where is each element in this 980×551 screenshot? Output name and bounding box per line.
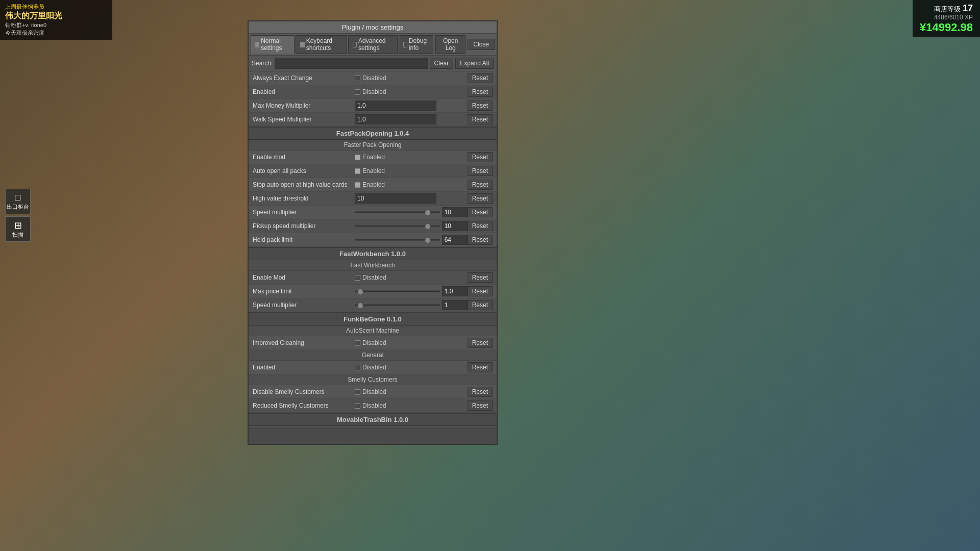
max-price-slider[interactable] (355, 290, 440, 292)
streamer-social: 钻粉群+v: itone0 (5, 21, 107, 29)
value-checkbox[interactable] (355, 89, 360, 95)
subsection-fast-workbench: Fast Workbench (249, 260, 497, 271)
tab-normal-settings[interactable]: Normal settings (251, 35, 295, 54)
tab-debug-checkbox (403, 42, 407, 47)
max-price-value-input[interactable] (442, 286, 468, 296)
walk-speed-input[interactable] (355, 114, 436, 124)
scan-button[interactable]: ⊞ 扫描 (5, 216, 31, 242)
setting-name: Enabled (253, 364, 355, 371)
high-value-input[interactable] (355, 193, 436, 204)
tab-keyboard-shortcuts[interactable]: Keyboard shortcuts (296, 35, 347, 54)
reset-button[interactable]: Reset (468, 207, 493, 217)
row-enable-mod-fwb: Enable Mod Disabled Reset (249, 271, 497, 285)
section-funkbegone: FunkBeGone 0.1.0 (249, 312, 497, 325)
row-pickup-speed-multiplier: Pickup speed multiplier Reset (249, 219, 497, 233)
subsection-autoscent: AutoScent Machine (249, 325, 497, 336)
setting-value: Disabled (355, 364, 468, 371)
setting-value (355, 101, 468, 111)
reset-button[interactable]: Reset (468, 101, 493, 111)
slider-thumb[interactable] (425, 238, 430, 243)
value-label: Disabled (362, 388, 386, 395)
setting-name: Held pack limit (253, 236, 355, 243)
streamer-name: 伟大的万里阳光 (5, 11, 107, 21)
reset-button[interactable]: Reset (468, 235, 493, 245)
tab-debug-info[interactable]: Debug info (399, 35, 434, 54)
row-auto-open-all-packs: Auto open all packs Enabled Reset (249, 164, 497, 178)
value-label: Enabled (362, 167, 385, 174)
row-enabled-fbg: Enabled Disabled Reset (249, 361, 497, 374)
speed-fwb-slider[interactable] (355, 304, 440, 306)
reset-button[interactable]: Reset (468, 73, 493, 83)
reset-button[interactable]: Reset (468, 221, 493, 231)
reset-button[interactable]: Reset (468, 300, 493, 310)
clear-button[interactable]: Clear (430, 58, 454, 69)
value-checkbox[interactable] (355, 76, 360, 81)
dialog-bottom (249, 429, 497, 444)
speed-slider[interactable] (355, 211, 440, 213)
close-button[interactable]: Close (468, 39, 495, 50)
value-label: Disabled (362, 74, 386, 82)
store-xp: 4486/6010 XP (920, 14, 973, 21)
reset-button[interactable]: Reset (468, 152, 493, 162)
store-level: 商店等级 17 (920, 3, 973, 14)
value-checkbox[interactable] (355, 155, 360, 160)
speed-fwb-value-input[interactable] (442, 300, 468, 310)
exit-counter-icon: □ (15, 192, 21, 203)
setting-name: Enabled (253, 88, 355, 95)
value-checkbox[interactable] (355, 365, 360, 370)
slider-thumb[interactable] (358, 289, 363, 294)
value-checkbox[interactable] (355, 340, 360, 346)
reset-button[interactable]: Reset (468, 387, 493, 397)
setting-name: Stop auto open at high value cards (253, 181, 355, 188)
tab-normal-label: Normal settings (261, 37, 290, 52)
slider-container (355, 286, 468, 296)
reset-button[interactable]: Reset (468, 114, 493, 124)
slider-thumb[interactable] (425, 210, 430, 215)
setting-value: Disabled (355, 402, 468, 409)
held-pack-slider[interactable] (355, 239, 440, 241)
reset-button[interactable]: Reset (468, 180, 493, 190)
max-money-input[interactable] (355, 101, 436, 111)
value-checkbox[interactable] (355, 275, 360, 281)
setting-value (355, 193, 468, 204)
slider-thumb[interactable] (358, 303, 363, 308)
tab-normal-checkbox (255, 42, 259, 47)
slider-container (355, 207, 468, 217)
reset-button[interactable]: Reset (468, 166, 493, 176)
expand-all-button[interactable]: Expand All (455, 58, 494, 69)
value-checkbox[interactable] (355, 182, 360, 188)
held-pack-value-input[interactable] (442, 235, 468, 245)
slider-container (355, 235, 468, 245)
reset-button[interactable]: Reset (468, 286, 493, 296)
search-input[interactable] (275, 58, 427, 69)
exit-counter-button[interactable]: □ 出口柜台 (5, 189, 31, 214)
reset-button[interactable]: Reset (468, 193, 493, 204)
value-checkbox[interactable] (355, 389, 360, 395)
dialog-tabs: Normal settings Keyboard shortcuts Advan… (249, 34, 497, 56)
subsection-general: General (249, 350, 497, 361)
reset-button[interactable]: Reset (468, 272, 493, 283)
reset-button[interactable]: Reset (468, 87, 493, 97)
plugin-mod-dialog: Plugin / mod settings Normal settings Ke… (248, 20, 498, 445)
reset-button[interactable]: Reset (468, 338, 493, 348)
section-fastworkbench: FastWorkbench 1.0.0 (249, 247, 497, 260)
value-checkbox[interactable] (355, 168, 360, 174)
setting-name: Pickup speed multiplier (253, 222, 355, 230)
speed-value-input[interactable] (442, 207, 468, 217)
row-held-pack-limit: Held pack limit Reset (249, 233, 497, 247)
setting-value (355, 114, 468, 124)
pickup-slider[interactable] (355, 225, 440, 227)
slider-thumb[interactable] (425, 224, 430, 229)
tab-keyboard-label: Keyboard shortcuts (306, 37, 342, 52)
value-checkbox[interactable] (355, 403, 360, 409)
tab-advanced-settings[interactable]: Advanced settings (348, 35, 398, 54)
value-label: Enabled (362, 181, 385, 188)
value-label: Disabled (362, 364, 386, 371)
pickup-value-input[interactable] (442, 221, 468, 231)
row-speed-multiplier-fpo: Speed multiplier Reset (249, 206, 497, 219)
reset-button[interactable]: Reset (468, 400, 493, 411)
row-improved-cleaning: Improved Cleaning Disabled Reset (249, 336, 497, 350)
store-money: ¥14992.98 (920, 21, 973, 34)
open-log-button[interactable]: Open Log (435, 35, 465, 54)
reset-button[interactable]: Reset (468, 362, 493, 372)
